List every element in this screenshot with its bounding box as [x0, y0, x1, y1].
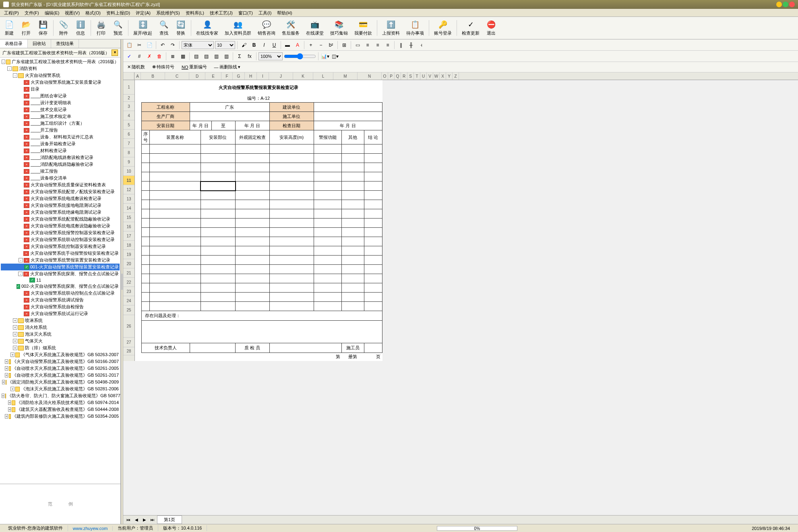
left-tab[interactable]: 回收站 [28, 39, 51, 48]
tree-node[interactable]: ×____竣工报告 [1, 168, 120, 175]
col-header[interactable]: Y [446, 72, 453, 80]
grid-icon[interactable]: ▦ [178, 52, 187, 61]
col-header[interactable]: H [245, 72, 257, 80]
font-select[interactable]: 宋体 [182, 41, 214, 49]
redo-icon[interactable]: ↷ [168, 41, 177, 49]
row-header[interactable]: 2 [123, 95, 134, 102]
insert-icon[interactable]: 📊▾ [320, 52, 329, 61]
tree-node[interactable]: ×火灾自动报警系统控制器安装检查记录 [1, 243, 120, 250]
menu-item[interactable]: 资料库(L) [183, 10, 207, 16]
toolbar-打印[interactable]: 🖨️打印 [93, 19, 109, 37]
row-header[interactable]: 11 [123, 176, 134, 185]
toolbar-待办事项[interactable]: 📋待办事项 [404, 19, 426, 37]
tree-node[interactable]: ×____图纸会审记录 [1, 93, 120, 99]
tree-node[interactable]: ×火灾自动报警系统调试报告 [1, 297, 120, 303]
tree-node[interactable]: ×火灾自动报警系统质量保证资料检查表 [1, 181, 120, 188]
col-header[interactable]: U [420, 72, 427, 80]
borders-icon[interactable]: ⊞ [340, 41, 349, 49]
row-header[interactable]: 17 [123, 231, 134, 241]
tree-node[interactable]: +泡沫灭火系统 [1, 331, 120, 338]
menu-item[interactable]: 文件(F) [22, 10, 41, 16]
object-icon[interactable]: ◫▾ [331, 52, 339, 61]
sum-icon[interactable]: Σ [235, 52, 244, 61]
minimize-button[interactable] [776, 2, 782, 7]
decrease-icon[interactable]: − [316, 41, 325, 49]
special-char-button[interactable]: ❋ 特殊符号 [150, 63, 177, 71]
tree-node[interactable]: +防（排）烟系统 [1, 344, 120, 351]
row-header[interactable]: 5 [123, 120, 134, 130]
tree-node[interactable]: +《固定消防炮灭火系统施工及验收规范》GB 50498-2009 [1, 379, 120, 386]
tree-node[interactable]: ×____设计变更明细表 [1, 99, 120, 106]
tree-collapse-button[interactable]: ▾ [112, 49, 118, 56]
row-header[interactable]: 18 [123, 241, 134, 250]
row-header[interactable]: 7 [123, 139, 134, 148]
menu-item[interactable]: 系统维护(S) [154, 10, 182, 16]
toolbar-打开[interactable]: 📂打开 [19, 19, 34, 37]
tree-node[interactable]: ×____施工组织设计（方案） [1, 120, 120, 127]
increase-icon[interactable]: + [306, 41, 315, 49]
tree-node[interactable]: ×火灾自动报警系统试运行记录 [1, 310, 120, 317]
col-header[interactable]: L [313, 72, 333, 80]
tree-node[interactable]: -×火灾自动报警系统探测、报警点全点试验记录 [1, 270, 120, 277]
tree-view[interactable]: -广东省建筑工程竣工验收技术资料统一用表（2016版）-消防资料-火灾自动报警系… [0, 58, 120, 484]
renumber-button[interactable]: NO 重新编号 [179, 63, 209, 71]
undo-icon[interactable]: ↶ [158, 41, 167, 49]
row-header[interactable]: 3 [123, 102, 134, 111]
tree-node[interactable]: ×____开工报告 [1, 127, 120, 134]
align-left-icon[interactable]: ≡ [363, 41, 372, 49]
row-del-icon[interactable]: ▤ [202, 52, 211, 61]
col-del2-icon[interactable]: ▥ [222, 52, 231, 61]
status-url[interactable]: www.zhuyew.com [68, 526, 113, 531]
tree-node[interactable]: ✓002-火灾自动报警系统探测、报警点全点试验记录 [1, 283, 120, 290]
tree-node[interactable]: ×____施工技术核定单 [1, 113, 120, 120]
tree-node[interactable]: +《自动喷水灭火系统施工及验收规范》GB 50261-2005 [1, 365, 120, 372]
col-header[interactable]: Z [453, 72, 459, 80]
menu-item[interactable]: 工具(I) [256, 10, 274, 16]
toolbar-预览[interactable]: 🔍预览 [110, 19, 126, 37]
row-header[interactable]: 26 [123, 315, 134, 338]
toolbar-技巧集锦[interactable]: 📚技巧集锦 [328, 19, 350, 37]
format-painter-icon[interactable]: 🖌 [240, 41, 248, 49]
row-header[interactable]: 1 [123, 80, 134, 95]
tree-node[interactable]: ×____材料检查记录 [1, 147, 120, 154]
col-header[interactable]: X [440, 72, 446, 80]
tree-node[interactable]: ×____消防配电线路敷设检查记录 [1, 154, 120, 161]
left-tab[interactable]: 查找结果 [51, 39, 79, 48]
toolbar-退出[interactable]: ⛔退出 [484, 19, 499, 37]
col-header[interactable]: P [388, 72, 395, 80]
tree-node[interactable]: ×火灾自动报警系统配管配线隐蔽验收记录 [1, 216, 120, 223]
row-header[interactable]: 23 [123, 287, 134, 296]
row-header[interactable]: 21 [123, 268, 134, 278]
tree-node[interactable]: ×火灾自动报警系统电缆敷设检查记录 [1, 195, 120, 202]
tree-node[interactable]: ×火灾自动报警系统施工安装质量记录 [1, 79, 120, 86]
fill-color-icon[interactable]: ▬ [283, 41, 292, 49]
tree-node[interactable]: ✓001-火灾自动报警系统警报装置安装检查记录 [1, 264, 120, 270]
size-select[interactable]: 10 [215, 41, 235, 49]
row-header[interactable]: 25 [123, 305, 134, 315]
tab-next-icon[interactable]: ▶ [141, 517, 148, 523]
tree-node[interactable]: -消防资料 [1, 65, 120, 72]
tree-node[interactable]: -×火灾自动报警系统警报装置安装检查记录 [1, 257, 120, 264]
strike-button[interactable]: — 画删除线 ▾ [212, 63, 243, 71]
menu-item[interactable]: 评定(A) [133, 10, 153, 16]
toolbar-展开/收起[interactable]: ↕️展开/收起 [131, 19, 155, 37]
row-header[interactable]: 9 [123, 157, 134, 167]
tree-node[interactable]: ×____设备开箱检查记录 [1, 140, 120, 147]
col-header[interactable]: C [165, 72, 189, 80]
row-header[interactable]: 24 [123, 296, 134, 305]
tree-node[interactable]: ×火灾自动报警系统绝缘电阻测试记录 [1, 209, 120, 216]
tree-node[interactable]: ×火灾自动报警系统电缆敷设隐蔽验收记录 [1, 223, 120, 229]
row-header[interactable]: 10 [123, 167, 134, 176]
list-icon[interactable]: ≣ [168, 52, 177, 61]
tab-prev-icon[interactable]: ◀ [133, 517, 140, 523]
align-right-icon[interactable]: ≡ [383, 41, 392, 49]
tab-last-icon[interactable]: ⏭ [149, 517, 156, 523]
menu-item[interactable]: 视图(V) [62, 10, 82, 16]
tree-node[interactable]: +《建筑灭火器配置验收及检查规范》GB 50444-2008 [1, 406, 120, 413]
row-header[interactable]: 28 [123, 347, 134, 355]
tree-node[interactable]: ×火灾自动报警系统手动报警按钮安装检查记录 [1, 250, 120, 257]
row-header[interactable]: 20 [123, 259, 134, 268]
col-del-icon[interactable]: ⫞ [417, 41, 426, 49]
tree-node[interactable]: ×____技术交底记录 [1, 106, 120, 113]
row-header[interactable]: 8 [123, 148, 134, 157]
